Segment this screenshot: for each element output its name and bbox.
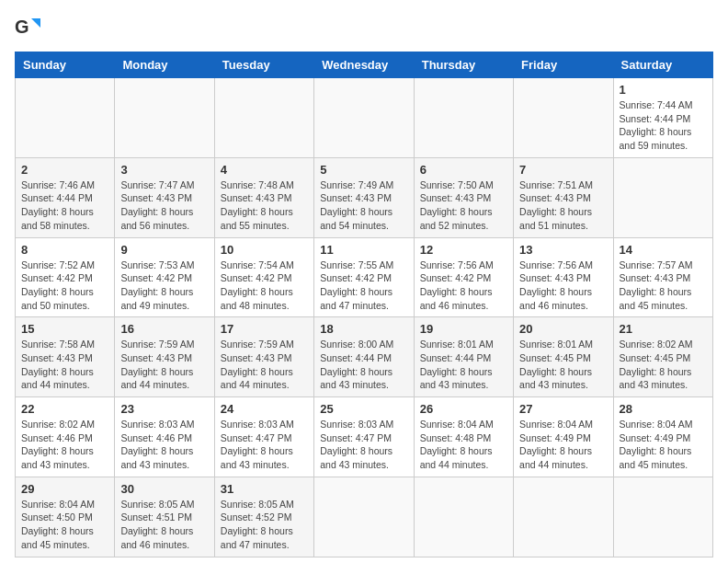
day-number: 19 [420,322,507,336]
day-number: 14 [620,243,707,257]
col-header-wednesday: Wednesday [314,52,414,78]
day-number: 13 [519,243,607,257]
empty-cell [414,477,513,557]
calendar-day: 7Sunrise: 7:51 AMSunset: 4:43 PMDaylight… [514,157,613,237]
day-info: Sunrise: 7:56 AMSunset: 4:42 PMDaylight:… [420,259,507,313]
day-info: Sunrise: 7:51 AMSunset: 4:43 PMDaylight:… [519,178,607,233]
day-info: Sunrise: 8:02 AMSunset: 4:45 PMDaylight:… [620,338,707,392]
day-number: 10 [221,243,308,257]
calendar-day: 20Sunrise: 8:01 AMSunset: 4:45 PMDayligh… [514,317,613,397]
day-number: 22 [21,402,108,416]
day-number: 12 [420,243,507,257]
calendar-day: 16Sunrise: 7:59 AMSunset: 4:43 PMDayligh… [115,317,214,397]
logo: G [15,15,44,40]
calendar-day: 4Sunrise: 7:48 AMSunset: 4:43 PMDaylight… [214,157,313,237]
day-number: 21 [620,322,707,336]
day-number: 8 [21,243,108,257]
day-number: 9 [120,243,208,257]
day-info: Sunrise: 7:57 AMSunset: 4:43 PMDaylight:… [620,259,707,313]
calendar-week-row: 15Sunrise: 7:58 AMSunset: 4:43 PMDayligh… [16,317,713,397]
empty-cell [314,78,414,158]
calendar-week-row: 2Sunrise: 7:46 AMSunset: 4:44 PMDaylight… [16,157,713,237]
calendar-week-row: 22Sunrise: 8:02 AMSunset: 4:46 PMDayligh… [16,397,713,477]
day-info: Sunrise: 8:01 AMSunset: 4:44 PMDaylight:… [420,338,507,392]
day-number: 4 [221,163,308,177]
calendar-day: 8Sunrise: 7:52 AMSunset: 4:42 PMDaylight… [16,237,115,317]
day-info: Sunrise: 7:46 AMSunset: 4:44 PMDaylight:… [21,178,108,233]
empty-cell [16,78,115,158]
col-header-sunday: Sunday [16,52,115,78]
day-number: 27 [519,402,607,416]
day-info: Sunrise: 8:01 AMSunset: 4:45 PMDaylight:… [519,338,607,392]
day-number: 31 [221,482,308,496]
col-header-saturday: Saturday [613,52,712,78]
day-number: 17 [221,322,308,336]
day-info: Sunrise: 8:03 AMSunset: 4:46 PMDaylight:… [120,418,208,472]
day-number: 24 [221,402,308,416]
day-info: Sunrise: 7:48 AMSunset: 4:43 PMDaylight:… [221,178,308,233]
calendar-day: 17Sunrise: 7:59 AMSunset: 4:43 PMDayligh… [214,317,313,397]
calendar-day: 29Sunrise: 8:04 AMSunset: 4:50 PMDayligh… [16,477,115,557]
calendar-day: 26Sunrise: 8:04 AMSunset: 4:48 PMDayligh… [414,397,513,477]
calendar-week-row: 8Sunrise: 7:52 AMSunset: 4:42 PMDaylight… [16,237,713,317]
day-info: Sunrise: 8:03 AMSunset: 4:47 PMDaylight:… [320,418,407,472]
day-number: 6 [420,163,507,177]
calendar-day: 27Sunrise: 8:04 AMSunset: 4:49 PMDayligh… [514,397,613,477]
day-number: 1 [620,83,707,97]
calendar-day: 19Sunrise: 8:01 AMSunset: 4:44 PMDayligh… [414,317,513,397]
svg-text:G: G [15,17,29,37]
empty-cell [613,157,712,237]
calendar-day: 13Sunrise: 7:56 AMSunset: 4:43 PMDayligh… [514,237,613,317]
calendar-day: 9Sunrise: 7:53 AMSunset: 4:42 PMDaylight… [115,237,214,317]
day-info: Sunrise: 8:04 AMSunset: 4:49 PMDaylight:… [519,418,607,472]
empty-cell [514,78,613,158]
day-number: 3 [120,163,208,177]
col-header-tuesday: Tuesday [214,52,313,78]
calendar-day: 25Sunrise: 8:03 AMSunset: 4:47 PMDayligh… [314,397,414,477]
day-number: 20 [519,322,607,336]
day-info: Sunrise: 8:04 AMSunset: 4:49 PMDaylight:… [620,418,707,472]
calendar-table: SundayMondayTuesdayWednesdayThursdayFrid… [15,52,713,557]
calendar-day: 30Sunrise: 8:05 AMSunset: 4:51 PMDayligh… [115,477,214,557]
day-number: 5 [320,163,407,177]
day-info: Sunrise: 8:00 AMSunset: 4:44 PMDaylight:… [320,338,407,392]
day-number: 23 [120,402,208,416]
day-number: 28 [620,402,707,416]
calendar-day: 28Sunrise: 8:04 AMSunset: 4:49 PMDayligh… [613,397,712,477]
empty-cell [613,477,712,557]
empty-cell [414,78,513,158]
page-header: G [15,15,713,40]
calendar-day: 23Sunrise: 8:03 AMSunset: 4:46 PMDayligh… [115,397,214,477]
day-number: 18 [320,322,407,336]
day-info: Sunrise: 8:04 AMSunset: 4:48 PMDaylight:… [420,418,507,472]
day-number: 16 [120,322,208,336]
day-info: Sunrise: 8:05 AMSunset: 4:52 PMDaylight:… [221,498,308,552]
empty-cell [314,477,414,557]
day-info: Sunrise: 7:53 AMSunset: 4:42 PMDaylight:… [120,259,208,313]
empty-cell [214,78,313,158]
day-info: Sunrise: 7:59 AMSunset: 4:43 PMDaylight:… [120,338,208,392]
day-info: Sunrise: 7:58 AMSunset: 4:43 PMDaylight:… [21,338,108,392]
day-number: 29 [21,482,108,496]
calendar-day: 3Sunrise: 7:47 AMSunset: 4:43 PMDaylight… [115,157,214,237]
calendar-day: 10Sunrise: 7:54 AMSunset: 4:42 PMDayligh… [214,237,313,317]
logo-icon: G [15,15,40,40]
empty-cell [514,477,613,557]
svg-marker-1 [31,18,40,28]
day-number: 11 [320,243,407,257]
day-number: 7 [519,163,607,177]
day-info: Sunrise: 8:05 AMSunset: 4:51 PMDaylight:… [120,498,208,552]
calendar-day: 22Sunrise: 8:02 AMSunset: 4:46 PMDayligh… [16,397,115,477]
calendar-day: 14Sunrise: 7:57 AMSunset: 4:43 PMDayligh… [613,237,712,317]
day-info: Sunrise: 7:50 AMSunset: 4:43 PMDaylight:… [420,178,507,233]
col-header-friday: Friday [514,52,613,78]
calendar-day: 5Sunrise: 7:49 AMSunset: 4:43 PMDaylight… [314,157,414,237]
calendar-week-row: 29Sunrise: 8:04 AMSunset: 4:50 PMDayligh… [16,477,713,557]
col-header-thursday: Thursday [414,52,513,78]
calendar-day: 6Sunrise: 7:50 AMSunset: 4:43 PMDaylight… [414,157,513,237]
col-header-monday: Monday [115,52,214,78]
day-info: Sunrise: 7:49 AMSunset: 4:43 PMDaylight:… [320,178,407,233]
calendar-day: 15Sunrise: 7:58 AMSunset: 4:43 PMDayligh… [16,317,115,397]
day-number: 26 [420,402,507,416]
calendar-day: 11Sunrise: 7:55 AMSunset: 4:42 PMDayligh… [314,237,414,317]
